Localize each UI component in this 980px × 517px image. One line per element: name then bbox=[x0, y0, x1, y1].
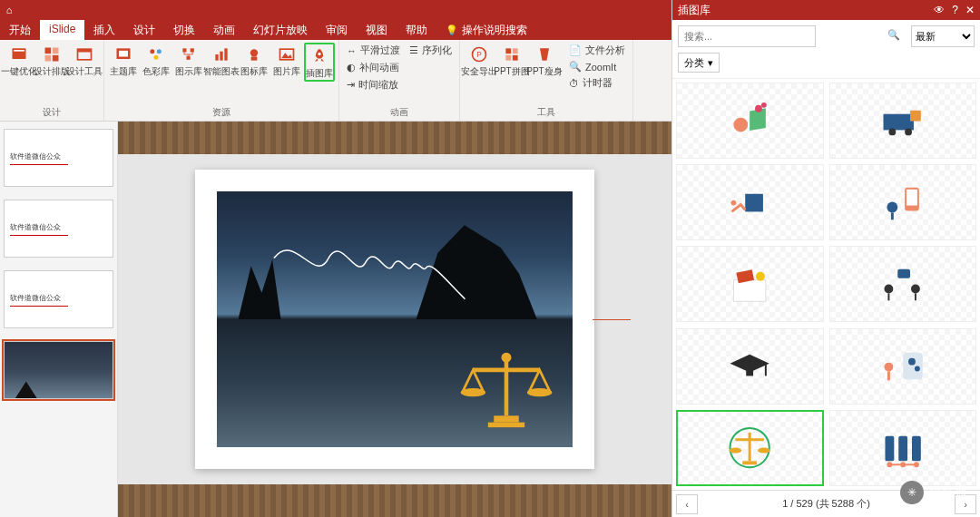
tab-islide[interactable]: iSlide bbox=[40, 20, 84, 40]
diagram-icon bbox=[179, 44, 199, 64]
svg-point-12 bbox=[154, 55, 159, 60]
search-icon[interactable]: 🔍 bbox=[887, 29, 900, 41]
illust-item[interactable] bbox=[829, 83, 977, 159]
group-label-resources: 资源 bbox=[108, 104, 335, 121]
tab-transition[interactable]: 切换 bbox=[164, 20, 204, 40]
thumb-slide-1[interactable]: 软件道微信公众 bbox=[4, 129, 113, 187]
pager-next-button[interactable]: › bbox=[955, 494, 976, 514]
zoomit-button[interactable]: 🔍ZoomIt bbox=[565, 60, 629, 73]
pager-prev-button[interactable]: ‹ bbox=[676, 494, 698, 514]
smooth-transition-button[interactable]: ↔平滑过渡 bbox=[343, 43, 404, 58]
safe-export-button[interactable]: P安全导出 bbox=[464, 43, 495, 91]
close-icon[interactable]: ✕ bbox=[965, 4, 975, 16]
tab-insert[interactable]: 插入 bbox=[84, 20, 124, 40]
thumb-slide-3[interactable]: 软件道微信公众 bbox=[4, 270, 113, 328]
search-input[interactable] bbox=[678, 25, 816, 47]
svg-marker-22 bbox=[281, 53, 292, 58]
svg-rect-45 bbox=[745, 193, 763, 211]
category-filter[interactable]: 分类▾ bbox=[678, 53, 720, 73]
ribbon-group-tools: P安全导出 PPT拼图 PPT瘦身 📄文件分析 🔍ZoomIt ⏱计时器 工具 bbox=[460, 40, 633, 121]
illust-item[interactable] bbox=[676, 164, 824, 240]
svg-rect-70 bbox=[898, 436, 907, 462]
svg-rect-15 bbox=[187, 56, 191, 60]
svg-point-67 bbox=[758, 448, 770, 454]
tab-help[interactable]: 帮助 bbox=[397, 20, 436, 40]
diet-icon bbox=[534, 44, 554, 64]
icon-lib-icon bbox=[244, 44, 264, 64]
illust-item[interactable] bbox=[676, 328, 824, 405]
time-zoom-button[interactable]: ⇥时间缩放 bbox=[343, 77, 456, 93]
thumb-title: 软件道微信公众 bbox=[10, 222, 107, 232]
illust-item-selected[interactable] bbox=[676, 410, 824, 486]
tab-start[interactable]: 开始 bbox=[0, 20, 40, 40]
diagram-lib-button[interactable]: 图示库 bbox=[173, 43, 204, 82]
thumb-slide-4[interactable] bbox=[4, 341, 113, 399]
svg-rect-7 bbox=[78, 49, 92, 52]
picture-icon bbox=[277, 44, 297, 64]
slide-thumbnails[interactable]: 软件道微信公众 软件道微信公众 软件道微信公众 bbox=[0, 122, 118, 517]
svg-point-62 bbox=[884, 363, 893, 372]
tab-design[interactable]: 设计 bbox=[124, 20, 164, 40]
illustration-lib-button[interactable]: 插图库 bbox=[304, 43, 335, 82]
current-slide[interactable] bbox=[195, 170, 594, 469]
tab-slideshow[interactable]: 幻灯片放映 bbox=[244, 20, 317, 40]
sort-select[interactable]: 最新 bbox=[911, 25, 975, 47]
illust-item[interactable] bbox=[829, 410, 977, 486]
theme-lib-button[interactable]: 主题库 bbox=[108, 43, 139, 82]
svg-point-23 bbox=[318, 53, 320, 55]
home-icon[interactable]: ⌂ bbox=[0, 5, 18, 15]
svg-rect-16 bbox=[215, 54, 218, 61]
file-analyze-button[interactable]: 📄文件分析 bbox=[565, 43, 629, 58]
group-label-design: 设计 bbox=[4, 104, 100, 121]
workspace: 软件道微信公众 软件道微信公众 软件道微信公众 bbox=[0, 122, 671, 517]
illust-item[interactable] bbox=[829, 246, 977, 322]
ppt-puzzle-button[interactable]: PPT拼图 bbox=[496, 43, 527, 91]
tween-button[interactable]: ◐补间动画 bbox=[343, 60, 456, 75]
illustration-grid[interactable] bbox=[672, 79, 980, 490]
design-layout-button[interactable]: 设计排版 bbox=[36, 43, 67, 78]
serialize-button[interactable]: ☰序列化 bbox=[406, 43, 456, 58]
timer-icon: ⏱ bbox=[569, 78, 579, 89]
guide-line bbox=[593, 319, 631, 320]
tell-me-search[interactable]: 💡 操作说明搜索 bbox=[436, 20, 536, 40]
layout-icon bbox=[42, 44, 62, 64]
svg-rect-28 bbox=[505, 55, 511, 61]
tab-view[interactable]: 视图 bbox=[357, 20, 397, 40]
svg-rect-20 bbox=[251, 57, 258, 61]
svg-point-37 bbox=[734, 118, 749, 132]
timer-button[interactable]: ⏱计时器 bbox=[565, 75, 629, 91]
tab-review[interactable]: 审阅 bbox=[317, 20, 357, 40]
help-icon[interactable]: ? bbox=[952, 4, 958, 16]
ribbon-group-resources: 主题库 色彩库 图示库 智能图表 图标库 图片库 插图库 资源 bbox=[104, 40, 339, 121]
tab-animation[interactable]: 动画 bbox=[204, 20, 244, 40]
one-click-optimize-button[interactable]: 一键优化 bbox=[4, 43, 34, 78]
icon-lib-button[interactable]: 图标库 bbox=[239, 43, 270, 82]
color-lib-button[interactable]: 色彩库 bbox=[141, 43, 172, 82]
svg-point-46 bbox=[731, 200, 737, 205]
thumb-slide-2[interactable]: 软件道微信公众 bbox=[4, 200, 113, 258]
svg-point-49 bbox=[887, 201, 897, 212]
picture-lib-button[interactable]: 图片库 bbox=[271, 43, 302, 82]
illust-item[interactable] bbox=[829, 328, 977, 405]
svg-rect-41 bbox=[883, 114, 913, 131]
ppt-diet-button[interactable]: PPT瘦身 bbox=[529, 43, 560, 91]
design-tools-button[interactable]: 设计工具 bbox=[69, 43, 100, 78]
smart-chart-button[interactable]: 智能图表 bbox=[206, 43, 237, 82]
svg-rect-18 bbox=[224, 48, 227, 60]
illust-item[interactable] bbox=[829, 164, 977, 240]
slide-canvas[interactable] bbox=[118, 122, 671, 517]
panel-search-row: 🔍 最新 bbox=[672, 20, 980, 53]
scales-icon[interactable] bbox=[456, 349, 556, 431]
tween-icon: ◐ bbox=[347, 62, 356, 73]
chart-icon bbox=[211, 44, 231, 64]
eye-off-icon[interactable]: 👁 bbox=[934, 4, 945, 16]
light-trail-icon bbox=[245, 238, 494, 319]
illust-item[interactable] bbox=[676, 246, 824, 322]
illust-item[interactable] bbox=[676, 83, 824, 159]
svg-point-40 bbox=[761, 102, 767, 108]
rocket-icon bbox=[309, 46, 329, 66]
tell-me-label: 操作说明搜索 bbox=[462, 23, 527, 38]
svg-rect-2 bbox=[45, 48, 52, 54]
smooth-icon: ↔ bbox=[347, 45, 357, 56]
svg-text:P: P bbox=[476, 50, 482, 59]
